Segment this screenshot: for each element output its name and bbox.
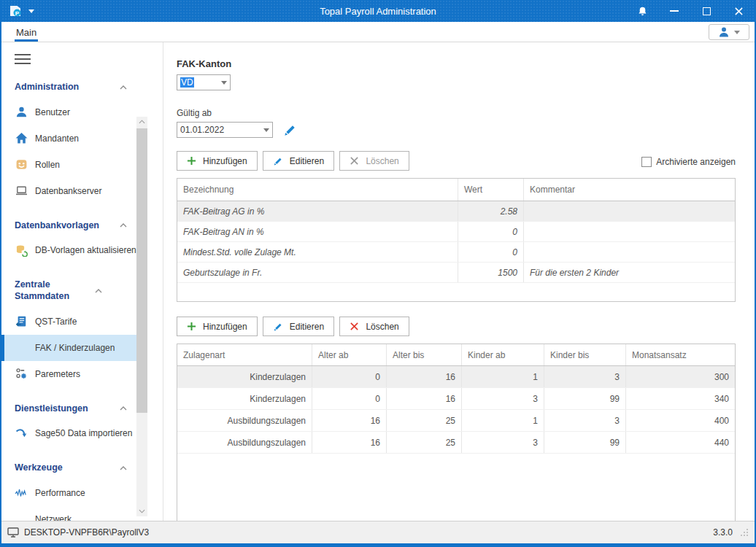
table-row[interactable]: Kinderzulagen 0 16 3 99 340: [177, 388, 735, 410]
user-menu-button[interactable]: [709, 24, 749, 40]
sidebar-item-label: Sage50 Data importieren: [35, 428, 132, 438]
chevron-up-icon: [120, 406, 127, 411]
sidebar-item-qst-tarife[interactable]: QST-Tarife: [1, 309, 137, 335]
sidebar-item-label: Performance: [35, 488, 85, 498]
column-header-kinder-bis[interactable]: Kinder bis: [544, 344, 626, 365]
sidebar-item-label: Rollen: [35, 160, 60, 170]
sidebar-item-rollen[interactable]: Rollen: [1, 152, 137, 178]
sidebar-section-dienstleistungen[interactable]: Dienstleistungen: [1, 403, 137, 415]
fak-kanton-combobox[interactable]: VD: [177, 74, 231, 90]
sidebar-item-db-vorlagen-aktualisieren[interactable]: DB-Vorlagen aktualisieren: [1, 237, 137, 263]
delete-allowance-button[interactable]: Löschen: [339, 317, 409, 336]
user-icon: [718, 26, 730, 38]
add-allowance-button[interactable]: Hinzufügen: [177, 317, 258, 336]
archivierte-anzeigen-checkbox[interactable]: Archivierte anzeigen: [641, 157, 736, 171]
table-row[interactable]: Ausbildungszulagen 16 25 3 99 440: [177, 432, 735, 454]
column-header-monatsansatz[interactable]: Monatsansatz: [626, 344, 735, 365]
column-header-zulagenart[interactable]: Zulagenart: [177, 344, 312, 365]
sidebar-item-label: Mandanten: [35, 133, 79, 144]
app-window: P Topal Payroll Administration Main: [0, 0, 756, 547]
edit-allowance-button[interactable]: Editieren: [263, 317, 334, 336]
home-icon: [15, 132, 28, 145]
combo-dropdown-icon[interactable]: [263, 128, 269, 132]
column-header-alter-ab[interactable]: Alter ab: [312, 344, 387, 365]
titlebar: P Topal Payroll Administration: [1, 0, 755, 22]
resize-grip[interactable]: [740, 528, 749, 537]
table-row[interactable]: Ausbildungszulagen 16 25 1 3 400: [177, 410, 735, 432]
sidebar-item-label: QST-Tarife: [35, 317, 77, 327]
column-header-bezeichnung[interactable]: Bezeichnung: [177, 179, 458, 201]
table-row[interactable]: Geburtszulage in Fr. 1500 Für die ersten…: [177, 263, 735, 283]
sidebar-item-label: Netzwerk: [35, 514, 72, 521]
window-title: Topal Payroll Administration: [1, 6, 755, 17]
sidebar-item-paremeters[interactable]: Paremeters: [1, 361, 137, 387]
sidebar-scrollbar[interactable]: [136, 117, 147, 516]
sidebar-section-datenbankvorlagen[interactable]: Datenbankvorlagen: [1, 220, 137, 232]
clipboard-icon: [15, 315, 28, 328]
x-icon: [350, 322, 359, 331]
database-refresh-icon: [15, 244, 28, 257]
sidebar-item-sage50-data-importieren[interactable]: Sage50 Data importieren: [1, 420, 137, 446]
combo-dropdown-icon[interactable]: [221, 81, 227, 85]
mask-icon: [15, 158, 28, 171]
fak-kanton-value: VD: [180, 77, 194, 88]
page-title: FAK-Kanton: [177, 58, 736, 69]
sidebar: Administration Benutzer Mandanten Rollen…: [1, 42, 163, 521]
sidebar-section-werkzeuge[interactable]: Werkzeuge: [1, 462, 137, 474]
sidebar-item-label: DB-Vorlagen aktualisieren: [35, 245, 136, 255]
laptop-icon: [15, 185, 28, 198]
chevron-down-icon: [734, 31, 740, 34]
edit-param-button[interactable]: Editieren: [263, 151, 334, 171]
column-header-wert[interactable]: Wert: [458, 179, 524, 201]
sidebar-section-administration[interactable]: Administration: [1, 82, 137, 93]
table-row[interactable]: FAK-Beitrag AG in % 2.58: [177, 201, 735, 222]
sidebar-item-mandanten[interactable]: Mandanten: [1, 125, 137, 152]
no-icon: [15, 341, 28, 354]
scroll-down-icon[interactable]: [136, 506, 147, 516]
scroll-up-icon[interactable]: [136, 117, 147, 127]
section-title: Datenbankvorlagen: [15, 220, 120, 232]
sidebar-item-fak-kinderzulagen[interactable]: FAK / Kinderzulagen: [1, 335, 137, 361]
params-toolbar: Hinzufügen Editieren Löschen: [177, 151, 409, 171]
table-row[interactable]: Mindest.Std. volle Zulage Mt. 0: [177, 242, 735, 263]
edit-date-pencil-icon[interactable]: [283, 123, 297, 137]
chevron-up-icon: [95, 289, 102, 293]
scrollbar-thumb[interactable]: [136, 128, 147, 413]
parameters-icon: [15, 368, 28, 381]
checkbox-box[interactable]: [641, 157, 652, 167]
sidebar-item-label: FAK / Kinderzulagen: [35, 343, 115, 353]
params-table-header: Bezeichnung Wert Kommentar: [177, 179, 735, 201]
content-area: Administration Benutzer Mandanten Rollen…: [1, 42, 755, 521]
column-header-alter-bis[interactable]: Alter bis: [387, 344, 462, 365]
sidebar-item-label: Datenbankserver: [35, 186, 101, 196]
tab-bar: Main: [1, 22, 755, 42]
delete-param-button: Löschen: [339, 151, 409, 171]
gueltig-ab-value: 01.01.2022: [180, 125, 224, 135]
allowance-table: Zulagenart Alter ab Alter bis Kinder ab …: [177, 344, 736, 521]
tab-main[interactable]: Main: [15, 24, 38, 42]
sidebar-section-zentrale-stammdaten[interactable]: Zentrale Stammdaten: [1, 279, 137, 302]
table-row[interactable]: FAK-Beitrag AN in % 0: [177, 222, 735, 242]
allowance-toolbar: Hinzufügen Editieren Löschen: [177, 317, 409, 336]
gueltig-ab-combobox[interactable]: 01.01.2022: [177, 122, 273, 138]
column-header-kinder-ab[interactable]: Kinder ab: [462, 344, 544, 365]
chevron-up-icon: [120, 85, 127, 90]
computer-icon: [7, 527, 19, 538]
plus-icon: [187, 156, 196, 166]
sidebar-item-benutzer[interactable]: Benutzer: [1, 99, 137, 125]
sidebar-item-label: Benutzer: [35, 107, 70, 117]
column-header-kommentar[interactable]: Kommentar: [524, 179, 735, 201]
checkbox-label: Archivierte anzeigen: [656, 157, 736, 167]
no-icon: [15, 513, 28, 521]
sidebar-item-performance[interactable]: Performance: [1, 480, 137, 506]
gueltig-ab-label: Gültig ab: [177, 108, 736, 118]
plus-icon: [187, 322, 196, 331]
add-param-button[interactable]: Hinzufügen: [177, 151, 258, 171]
hamburger-menu-icon[interactable]: [15, 53, 31, 66]
pencil-icon: [273, 322, 283, 332]
table-row[interactable]: Kinderzulagen 0 16 1 3 300: [177, 366, 735, 388]
sidebar-item-datenbankserver[interactable]: Datenbankserver: [1, 178, 137, 204]
pencil-icon: [273, 156, 283, 166]
sidebar-item-netzwerk[interactable]: Netzwerk: [1, 506, 137, 521]
section-title: Zentrale Stammdaten: [15, 279, 95, 302]
